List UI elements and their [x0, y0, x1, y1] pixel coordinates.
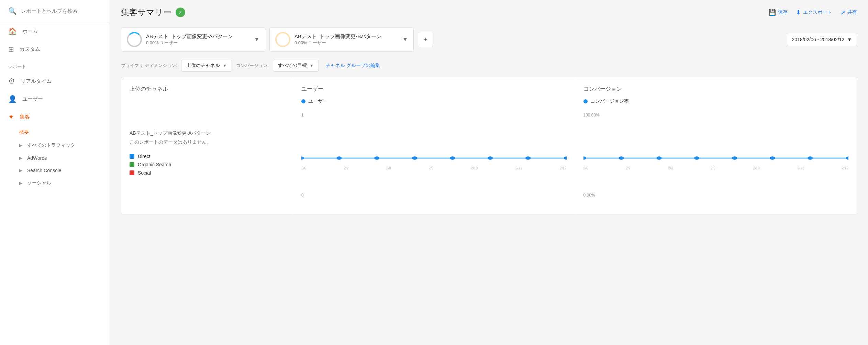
share-icon: ⇗	[840, 9, 845, 16]
chart-area: 上位のチャネル ABテスト_トップ画像変更-Aパターン このレポートのデータはあ…	[121, 77, 857, 214]
segment-ring-b	[275, 32, 290, 47]
x-label-5: 2/11	[515, 166, 522, 170]
segment-name-a: ABテスト_トップ画像変更-Aパターン	[146, 33, 250, 40]
date-range-label: 2018/02/06 - 2018/02/12	[792, 37, 845, 42]
segment-chevron-b: ▼	[402, 36, 408, 43]
chevron-icon: ▶	[19, 143, 22, 148]
x-label-6: 2/12	[842, 166, 848, 170]
conversion-dropdown[interactable]: すべての目標 ▼	[273, 60, 319, 71]
main-content: 集客サマリー ✓ 💾 保存 ⬇ エクスポート ⇗ 共有 ABテスト_トップ画像変…	[110, 0, 868, 345]
sidebar-item-home[interactable]: 🏠 ホーム	[0, 22, 110, 40]
date-picker[interactable]: 2018/02/06 - 2018/02/12 ▼	[787, 33, 857, 46]
x-label-5: 2/11	[797, 166, 804, 170]
no-data-segment-name: ABテスト_トップ画像変更-Aパターン	[130, 130, 285, 136]
sidebar-item-realtime[interactable]: ⏱ リアルタイム	[0, 73, 110, 90]
segment-pct-b: 0.00% ユーザー	[294, 40, 398, 46]
sidebar-item-search-console[interactable]: ▶ Search Console	[0, 164, 110, 177]
chart-right-panel: コンバージョン コンバージョン率 100.00%	[575, 77, 857, 214]
sidebar-item-overview[interactable]: 概要	[0, 126, 110, 139]
search-placeholder: レポートとヘルプを検索	[21, 8, 78, 14]
sidebar-item-users[interactable]: 👤 ユーザー	[0, 90, 110, 108]
legend-dot-organic-search	[130, 162, 134, 167]
conversion-legend: コンバージョン率	[583, 98, 849, 104]
share-button[interactable]: ⇗ 共有	[840, 9, 857, 16]
conversion-dot	[583, 99, 588, 103]
users-chart-svg	[301, 121, 567, 162]
sidebar-item-custom[interactable]: ⊞ カスタム	[0, 40, 110, 58]
channel-group-link[interactable]: チャネル グループの編集	[326, 63, 380, 69]
segment-row: ABテスト_トップ画像変更-Aパターン 0.00% ユーザー ▼ ABテスト_ト…	[110, 25, 868, 57]
save-button[interactable]: 💾 保存	[768, 9, 788, 16]
legend-label-social: Social	[138, 170, 151, 176]
save-icon: 💾	[768, 9, 776, 16]
svg-point-14	[732, 156, 737, 160]
svg-point-6	[488, 156, 493, 160]
segment-name-b: ABテスト_トップ画像変更-Bパターン	[294, 33, 398, 40]
svg-point-8	[564, 156, 567, 160]
x-label-2: 2/8	[386, 166, 391, 170]
export-icon: ⬇	[796, 9, 801, 16]
svg-point-13	[694, 156, 699, 160]
chevron-icon: ▶	[19, 156, 22, 160]
plus-icon: +	[423, 36, 427, 44]
segment-ring-a	[127, 32, 142, 47]
dimension-row: プライマリ ディメンション: 上位のチャネル ▼ コンバージョン: すべての目標…	[110, 57, 868, 77]
svg-point-16	[807, 156, 812, 160]
segment-card-a[interactable]: ABテスト_トップ画像変更-Aパターン 0.00% ユーザー ▼	[121, 27, 265, 52]
x-label-3: 2/9	[711, 166, 715, 170]
users-dot	[301, 99, 305, 103]
x-label-0: 2/6	[583, 166, 588, 170]
x-label-6: 2/12	[560, 166, 566, 170]
sidebar-item-acquisition-label: 集客	[20, 114, 30, 120]
sidebar-item-realtime-label: リアルタイム	[21, 78, 52, 85]
primary-dimension-dropdown[interactable]: 上位のチャネル ▼	[181, 60, 232, 71]
sidebar-item-adwords[interactable]: ▶ AdWords	[0, 152, 110, 164]
sidebar: 🔍 レポートとヘルプを検索 🏠 ホーム ⊞ カスタム レポート ⏱ リアルタイム…	[0, 0, 110, 345]
sidebar-item-social[interactable]: ▶ ソーシャル	[0, 177, 110, 190]
segment-card-b[interactable]: ABテスト_トップ画像変更-Bパターン 0.00% ユーザー ▼	[269, 27, 414, 52]
legend-dot-direct	[130, 154, 134, 159]
x-label-4: 2/10	[471, 166, 478, 170]
add-segment-button[interactable]: +	[418, 32, 433, 47]
chart-legend: Direct Organic Search Social	[130, 154, 285, 176]
export-button[interactable]: ⬇ エクスポート	[796, 9, 832, 16]
sidebar-item-all-traffic[interactable]: ▶ すべてのトラフィック	[0, 139, 110, 152]
users-legend: ユーザー	[301, 98, 567, 104]
date-picker-chevron: ▼	[847, 37, 852, 42]
segment-info-b: ABテスト_トップ画像変更-Bパターン 0.00% ユーザー	[294, 33, 398, 46]
svg-point-10	[583, 156, 586, 160]
chart-mid-panel: ユーザー ユーザー 1	[293, 77, 575, 214]
legend-dot-social	[130, 170, 134, 175]
conversion-label: コンバージョン:	[236, 63, 269, 69]
verified-icon: ✓	[176, 8, 185, 17]
left-panel-title: 上位のチャネル	[130, 86, 285, 93]
conversion-panel-title: コンバージョン	[583, 86, 849, 93]
x-label-3: 2/9	[429, 166, 433, 170]
svg-point-7	[525, 156, 531, 160]
users-panel-title: ユーザー	[301, 86, 567, 93]
conversion-chart-svg	[583, 121, 849, 162]
legend-item-organic-search: Organic Search	[130, 162, 285, 167]
page-title: 集客サマリー	[121, 7, 171, 18]
svg-point-17	[846, 156, 848, 160]
legend-label-direct: Direct	[138, 154, 151, 159]
users-y-max: 1	[301, 113, 304, 118]
conversion-value: すべての目標	[278, 63, 307, 69]
svg-point-15	[769, 156, 775, 160]
dropdown-arrow: ▼	[310, 63, 314, 68]
svg-point-1	[301, 156, 304, 160]
no-data-message: このレポートのデータはありません。	[130, 139, 285, 145]
acquisition-icon: ✦	[8, 113, 14, 121]
x-label-0: 2/6	[301, 166, 306, 170]
custom-icon: ⊞	[8, 45, 14, 53]
segment-pct-a: 0.00% ユーザー	[146, 40, 250, 46]
sidebar-item-social-label: ソーシャル	[27, 180, 51, 186]
search-icon: 🔍	[8, 7, 17, 15]
header-actions: 💾 保存 ⬇ エクスポート ⇗ 共有	[768, 9, 857, 16]
search-bar[interactable]: 🔍 レポートとヘルプを検索	[0, 0, 110, 22]
x-label-1: 2/7	[344, 166, 348, 170]
sidebar-item-acquisition[interactable]: ✦ 集客	[0, 108, 110, 126]
users-icon: 👤	[8, 95, 17, 103]
sidebar-item-custom-label: カスタム	[20, 46, 40, 53]
dropdown-arrow: ▼	[223, 63, 227, 68]
